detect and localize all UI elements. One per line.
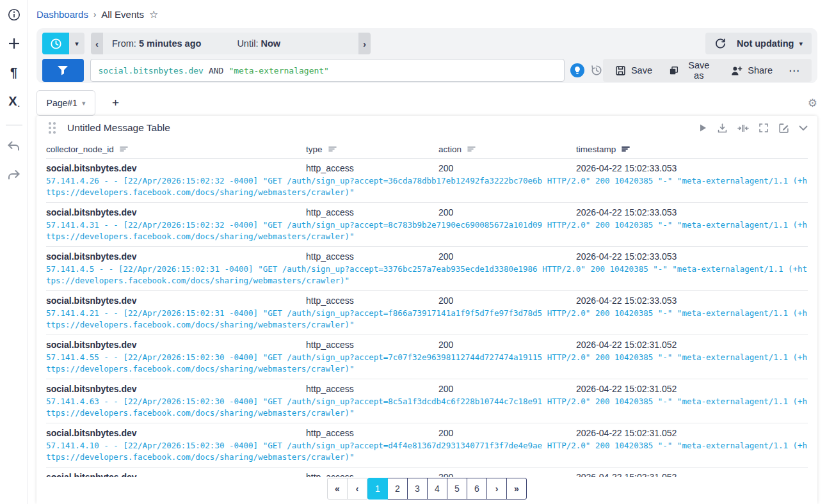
cell-collector-node-id: social.bitsnbytes.dev bbox=[46, 206, 306, 219]
add-page-button[interactable]: + bbox=[112, 96, 119, 110]
undo-icon[interactable] bbox=[6, 138, 22, 154]
cell-action: 200 bbox=[438, 162, 576, 175]
timerange-row: ▾ ‹ From: 5 minutes ago Until: Now › Not… bbox=[42, 33, 812, 54]
share-button[interactable]: Share bbox=[722, 59, 781, 82]
tab-page1[interactable]: Page#1 ▾ bbox=[36, 90, 95, 116]
page-button-3[interactable]: 3 bbox=[407, 478, 428, 500]
page-button-5[interactable]: 5 bbox=[447, 478, 467, 500]
timerange-summary[interactable]: From: 5 minutes ago Until: Now bbox=[103, 33, 358, 54]
play-icon[interactable] bbox=[698, 123, 707, 132]
table-row[interactable]: social.bitsnbytes.dev http_access 200 20… bbox=[46, 379, 808, 423]
sort-icon[interactable] bbox=[467, 146, 476, 152]
search-query-input[interactable]: social.bitsnbytes.dev AND "meta-external… bbox=[90, 59, 565, 82]
log-message: 57.141.4.21 - - [22/Apr/2026:15:02:31 -0… bbox=[46, 308, 808, 330]
breadcrumb: Dashboards › All Events ☆ bbox=[36, 8, 158, 20]
column-label: action bbox=[438, 145, 462, 154]
cell-timestamp: 2026-04-22 15:02:33.053 bbox=[576, 162, 808, 175]
table-row[interactable]: social.bitsnbytes.dev http_access 200 20… bbox=[46, 247, 808, 291]
variable-icon[interactable]: X. bbox=[6, 93, 22, 109]
dashboard-actions: Save Save as Share ⋯ bbox=[603, 59, 812, 82]
row-fields: social.bitsnbytes.dev http_access 200 20… bbox=[46, 294, 808, 307]
gear-icon[interactable]: ⚙ bbox=[808, 97, 817, 109]
log-message: 57.141.4.31 - - [22/Apr/2026:15:02:32 -0… bbox=[46, 219, 808, 242]
drag-handle-icon[interactable] bbox=[49, 122, 56, 134]
timerange-forward-button[interactable]: › bbox=[358, 33, 371, 54]
query-row: social.bitsnbytes.dev AND "meta-external… bbox=[42, 59, 812, 82]
cell-collector-node-id: social.bitsnbytes.dev bbox=[46, 427, 306, 439]
breadcrumb-dashboards-link[interactable]: Dashboards bbox=[36, 9, 88, 20]
cell-collector-node-id: social.bitsnbytes.dev bbox=[46, 338, 306, 351]
cell-type: http_access bbox=[306, 427, 438, 439]
filter-button[interactable] bbox=[42, 59, 84, 82]
sort-icon[interactable] bbox=[120, 146, 128, 152]
refresh-icon[interactable] bbox=[714, 38, 727, 50]
chevron-down-icon: ▾ bbox=[75, 40, 79, 47]
pagination-last-button[interactable]: » bbox=[506, 478, 527, 500]
table-row[interactable]: social.bitsnbytes.dev http_access 200 20… bbox=[46, 291, 808, 335]
refresh-group: Not updating ▾ bbox=[705, 33, 812, 54]
save-icon bbox=[615, 65, 626, 76]
cell-collector-node-id: social.bitsnbytes.dev bbox=[46, 382, 306, 395]
cell-collector-node-id: social.bitsnbytes.dev bbox=[46, 294, 306, 307]
more-actions-button[interactable]: ⋯ bbox=[781, 64, 808, 77]
timerange-caret-button[interactable]: ▾ bbox=[69, 33, 84, 54]
redo-icon[interactable] bbox=[6, 167, 22, 182]
sort-icon-active[interactable] bbox=[622, 146, 630, 152]
sort-icon[interactable] bbox=[328, 146, 337, 152]
table-row[interactable]: social.bitsnbytes.dev http_access 200 20… bbox=[46, 159, 808, 203]
query-help-button[interactable] bbox=[570, 63, 584, 77]
query-history-icon[interactable] bbox=[590, 64, 603, 77]
refresh-status-dropdown[interactable]: Not updating ▾ bbox=[737, 38, 803, 49]
cell-timestamp: 2026-04-22 15:02:31.052 bbox=[576, 382, 808, 395]
cell-action: 200 bbox=[438, 382, 576, 395]
clock-icon bbox=[50, 38, 62, 50]
favorite-star-icon[interactable]: ☆ bbox=[149, 8, 158, 20]
table-row[interactable]: social.bitsnbytes.dev http_access 200 20… bbox=[46, 423, 808, 468]
sidebar-divider bbox=[6, 125, 22, 125]
cell-type: http_access bbox=[306, 206, 438, 219]
pagination: « ‹ 123456 › » bbox=[36, 477, 817, 504]
page-button-2[interactable]: 2 bbox=[387, 478, 408, 500]
page-button-4[interactable]: 4 bbox=[427, 478, 447, 500]
pilcrow-icon[interactable]: ¶ bbox=[6, 65, 22, 80]
pagination-prev-button[interactable]: ‹ bbox=[347, 478, 367, 500]
query-operator: AND bbox=[209, 66, 223, 75]
timerange-back-button[interactable]: ‹ bbox=[91, 33, 103, 54]
page-tabs: Page#1 ▾ + ⚙ bbox=[36, 90, 817, 116]
column-label: timestamp bbox=[576, 145, 616, 154]
cell-action: 200 bbox=[438, 338, 576, 351]
table-row[interactable]: social.bitsnbytes.dev http_access 200 20… bbox=[46, 335, 808, 379]
widget-title: Untitled Message Table bbox=[67, 122, 170, 134]
column-label: type bbox=[306, 145, 323, 154]
pagination-next-button[interactable]: › bbox=[486, 478, 507, 500]
query-term: social.bitsnbytes.dev bbox=[99, 66, 204, 75]
save-as-button[interactable]: Save as bbox=[661, 59, 722, 82]
row-fields: social.bitsnbytes.dev http_access 200 20… bbox=[46, 250, 808, 263]
save-button[interactable]: Save bbox=[607, 59, 661, 82]
info-icon[interactable] bbox=[6, 7, 22, 22]
timerange-clock-button[interactable] bbox=[42, 33, 69, 54]
add-icon[interactable] bbox=[6, 36, 22, 51]
download-icon[interactable] bbox=[717, 123, 728, 134]
pagination-first-button[interactable]: « bbox=[327, 478, 348, 500]
fullscreen-icon[interactable] bbox=[759, 123, 769, 133]
row-fields: social.bitsnbytes.dev http_access 200 20… bbox=[46, 382, 808, 395]
cell-action: 200 bbox=[438, 294, 576, 307]
edit-icon[interactable] bbox=[778, 123, 789, 134]
row-fields: social.bitsnbytes.dev http_access 200 20… bbox=[46, 427, 808, 439]
row-fields: social.bitsnbytes.dev http_access 200 20… bbox=[46, 162, 808, 175]
table-row[interactable]: social.bitsnbytes.dev http_access 200 20… bbox=[46, 203, 808, 247]
row-fields: social.bitsnbytes.dev http_access 200 20… bbox=[46, 206, 808, 219]
compress-icon[interactable] bbox=[737, 123, 749, 133]
cell-type: http_access bbox=[306, 382, 438, 395]
page-button-1[interactable]: 1 bbox=[367, 478, 388, 500]
cell-timestamp: 2026-04-22 15:02:31.052 bbox=[576, 338, 808, 351]
cell-action: 200 bbox=[438, 250, 576, 263]
widget-header: Untitled Message Table bbox=[46, 116, 808, 140]
page-button-6[interactable]: 6 bbox=[467, 478, 487, 500]
cell-timestamp: 2026-04-22 15:02:33.053 bbox=[576, 206, 808, 219]
cell-type: http_access bbox=[306, 250, 438, 263]
cell-timestamp: 2026-04-22 15:02:31.052 bbox=[576, 427, 808, 439]
collapse-chevron-icon[interactable] bbox=[799, 125, 808, 131]
share-label: Share bbox=[748, 65, 773, 75]
